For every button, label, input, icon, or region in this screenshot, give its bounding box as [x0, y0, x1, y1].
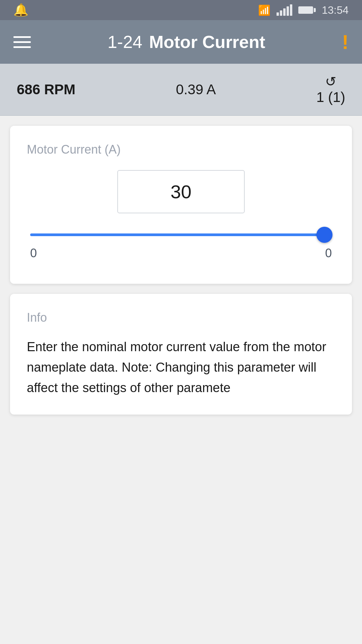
- signal-icon: [277, 4, 292, 16]
- menu-button[interactable]: [13, 36, 31, 48]
- info-text: Enter the nominal motor current value fr…: [27, 337, 335, 398]
- status-bar-left: 🔔: [13, 3, 28, 17]
- param-number: 1-24: [108, 32, 142, 52]
- app-title: 1-24 Motor Current: [108, 32, 265, 52]
- status-time: 13:54: [322, 4, 349, 16]
- wifi-icon: 📶: [258, 4, 270, 16]
- status-bar-right: 📶 13:54: [258, 4, 349, 16]
- battery-icon: [298, 6, 316, 14]
- value-input[interactable]: [117, 170, 245, 213]
- param-name: Motor Current: [149, 32, 265, 52]
- slider-range-labels: 0 0: [30, 246, 332, 260]
- app-bar: 1-24 Motor Current !: [0, 20, 362, 64]
- slider-max-label: 0: [325, 246, 332, 260]
- status-drive: ↺ 1 (1): [316, 74, 345, 105]
- slider-min-label: 0: [30, 246, 37, 260]
- status-rpm: 686 RPM: [17, 82, 75, 98]
- info-card: Info Enter the nominal motor current val…: [10, 294, 352, 415]
- main-content: Motor Current (A) 0 0 Info Enter the nom…: [0, 116, 362, 425]
- info-label: Info: [27, 311, 335, 325]
- value-input-container: [27, 170, 335, 213]
- slider-track: [30, 233, 332, 236]
- slider-thumb[interactable]: [316, 227, 333, 243]
- status-current: 0.39 A: [176, 82, 216, 98]
- slider-container: 0 0: [27, 233, 335, 260]
- refresh-icon: ↺: [325, 74, 337, 89]
- notification-icon: 🔔: [13, 3, 28, 17]
- status-drive-id: 1 (1): [316, 89, 345, 105]
- param-card-label: Motor Current (A): [27, 143, 335, 157]
- status-row: 686 RPM 0.39 A ↺ 1 (1): [0, 64, 362, 116]
- status-bar: 🔔 📶 13:54: [0, 0, 362, 20]
- param-card: Motor Current (A) 0 0: [10, 126, 352, 284]
- alert-icon[interactable]: !: [342, 31, 349, 54]
